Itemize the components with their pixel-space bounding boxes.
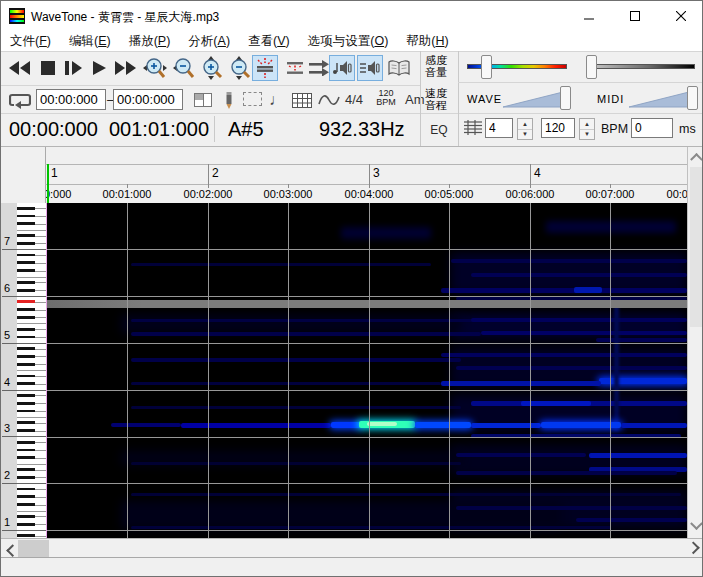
black-key[interactable] [17, 355, 35, 358]
rewind-button[interactable] [7, 57, 33, 79]
black-key[interactable] [17, 421, 35, 424]
loop-start-field[interactable] [36, 89, 106, 110]
black-key[interactable] [17, 328, 35, 331]
grid-division-input[interactable] [485, 118, 513, 138]
black-key[interactable] [17, 254, 35, 257]
fast-forward-button[interactable] [113, 57, 139, 79]
volume-slider-thumb[interactable] [586, 55, 597, 79]
black-key[interactable] [17, 402, 35, 405]
black-key[interactable] [17, 289, 35, 292]
black-key[interactable] [17, 261, 35, 264]
wave-volume-thumb[interactable] [560, 86, 571, 110]
loop-end-field[interactable] [113, 89, 183, 110]
zoom-out-horizontal-button[interactable] [170, 55, 196, 81]
black-key[interactable] [17, 281, 35, 284]
black-key[interactable] [17, 308, 35, 311]
menu-item-3[interactable]: 分析(A) [179, 31, 239, 52]
scroll-left-button[interactable] [2, 540, 18, 556]
black-key[interactable] [17, 523, 35, 526]
black-key[interactable] [17, 234, 35, 237]
tempo-spinner[interactable]: ▲▼ [579, 118, 595, 140]
wave-volume-wedge[interactable] [503, 89, 567, 108]
black-key[interactable] [17, 495, 35, 498]
time-signature-label[interactable]: 4/4 [345, 92, 363, 107]
offset-ms-input[interactable] [631, 118, 673, 138]
scroll-right-button[interactable] [688, 540, 703, 556]
compress-on-button[interactable] [252, 55, 278, 81]
horizontal-scrollbar[interactable] [1, 538, 703, 557]
black-key[interactable] [17, 375, 35, 378]
black-key[interactable] [17, 242, 35, 245]
highlighted-key-A#5[interactable] [17, 300, 35, 303]
pencil-button[interactable] [220, 89, 238, 111]
black-key[interactable] [17, 207, 35, 210]
black-key[interactable] [17, 488, 35, 491]
play-button[interactable] [88, 57, 110, 79]
horizontal-scrollbar-thumb[interactable] [18, 540, 49, 557]
compress-off-button[interactable] [282, 55, 308, 81]
black-key[interactable] [17, 394, 35, 397]
volume-slider-track[interactable] [593, 64, 695, 69]
spin-up-icon[interactable]: ▲ [518, 119, 532, 130]
pause-step-button[interactable] [61, 57, 85, 79]
menu-item-5[interactable]: 选项与设置(O) [299, 31, 398, 52]
scroll-down-button[interactable] [689, 519, 703, 534]
score-book-button[interactable] [386, 55, 412, 81]
selection-rect-button[interactable] [243, 92, 262, 106]
black-key[interactable] [17, 468, 35, 471]
zoom-in-horizontal-button[interactable] [142, 55, 168, 81]
speaker-note-button[interactable] [329, 55, 355, 81]
quarter-note-button[interactable]: ♩ [269, 89, 285, 111]
vertical-scrollbar[interactable] [687, 147, 703, 538]
key-label[interactable]: Am [405, 92, 425, 107]
eq-button[interactable]: EQ [421, 114, 457, 145]
midi-volume-wedge[interactable] [629, 89, 693, 108]
spin-down-icon[interactable]: ▼ [580, 130, 594, 140]
black-key[interactable] [17, 476, 35, 479]
scroll-up-button[interactable] [689, 149, 703, 164]
piano-keyboard[interactable]: 7654321 [1, 203, 46, 538]
black-key[interactable] [17, 534, 35, 537]
minimize-button[interactable] [566, 1, 612, 31]
black-key[interactable] [17, 347, 35, 350]
midi-volume-thumb[interactable] [687, 86, 698, 110]
black-key[interactable] [17, 429, 35, 432]
timeline-ruler[interactable]: 1234 00:00:00000:01:00000:02:00000:03:00… [1, 147, 687, 203]
grid-division-spinner[interactable]: ▲▼ [517, 118, 533, 140]
black-key[interactable] [17, 363, 35, 366]
black-key[interactable] [17, 215, 35, 218]
tempo-display[interactable]: 120 BPM [372, 89, 400, 107]
black-key[interactable] [17, 222, 35, 225]
zoom-in-vertical-button[interactable] [198, 55, 224, 81]
waveform-button[interactable] [317, 89, 341, 111]
spectrogram-canvas[interactable] [47, 203, 687, 538]
zoom-out-vertical-button[interactable] [226, 55, 252, 81]
speaker-midi-button[interactable] [357, 55, 383, 81]
follow-arrows-button[interactable] [307, 55, 331, 81]
black-key[interactable] [17, 449, 35, 452]
spin-up-icon[interactable]: ▲ [580, 119, 594, 130]
black-key[interactable] [17, 410, 35, 413]
menu-item-1[interactable]: 编辑(E) [60, 31, 120, 52]
measure-row[interactable]: 1234 [46, 164, 687, 184]
maximize-button[interactable] [612, 1, 658, 31]
menu-item-4[interactable]: 查看(V) [239, 31, 299, 52]
close-button[interactable] [658, 1, 703, 31]
black-key[interactable] [17, 382, 35, 385]
split-view-button[interactable] [191, 89, 215, 111]
menu-item-6[interactable]: 帮助(H) [397, 31, 457, 52]
vertical-scrollbar-thumb[interactable] [690, 167, 703, 327]
menu-item-2[interactable]: 播放(P) [120, 31, 180, 52]
spin-down-icon[interactable]: ▼ [518, 130, 532, 140]
tempo-input[interactable] [541, 118, 575, 138]
black-key[interactable] [17, 441, 35, 444]
black-key[interactable] [17, 515, 35, 518]
black-key[interactable] [17, 456, 35, 459]
time-row[interactable]: 00:00:00000:01:00000:02:00000:03:00000:0… [46, 184, 687, 203]
loop-button[interactable] [7, 89, 33, 111]
note-table-button[interactable] [290, 89, 314, 111]
black-key[interactable] [17, 269, 35, 272]
black-key[interactable] [17, 336, 35, 339]
black-key[interactable] [17, 316, 35, 319]
black-key[interactable] [17, 503, 35, 506]
